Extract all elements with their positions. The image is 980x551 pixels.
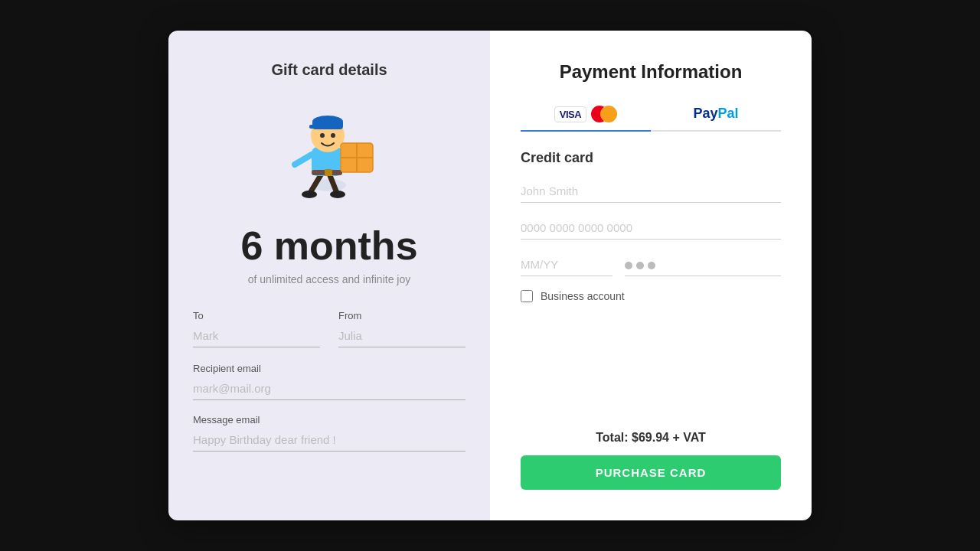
recipient-email-label: Recipient email [193, 363, 466, 374]
total-section: Total: $69.94 + VAT PURCHASE CARD [521, 431, 781, 490]
to-input[interactable] [193, 326, 320, 347]
paypal-logo: PayPal [651, 106, 781, 122]
from-input[interactable] [338, 326, 466, 347]
tab-credit-card[interactable]: VISA [521, 98, 651, 130]
card-container: Gift card details [168, 31, 812, 520]
message-group: Message email [193, 414, 466, 452]
duration-subtitle: of unlimited access and infinite joy [248, 273, 410, 285]
cvv-dot-1 [625, 262, 632, 269]
card-number-input[interactable] [521, 217, 781, 240]
mastercard-logo [591, 106, 617, 122]
to-from-row: To From [193, 310, 466, 347]
business-account-label: Business account [541, 290, 625, 302]
from-group: From [338, 310, 466, 347]
to-label: To [193, 310, 320, 321]
to-group: To [193, 310, 320, 347]
purchase-button[interactable]: PURCHASE CARD [521, 455, 781, 490]
payment-title: Payment Information [521, 61, 781, 83]
delivery-illustration [268, 97, 390, 204]
duration-text: 6 months [240, 223, 417, 269]
left-panel-title: Gift card details [271, 61, 387, 79]
svg-line-14 [295, 155, 312, 165]
right-panel: Payment Information VISA PayPal Credit c… [490, 31, 812, 520]
payment-tabs: VISA PayPal [521, 98, 781, 132]
message-input[interactable] [193, 430, 466, 452]
svg-rect-7 [325, 169, 332, 176]
cardholder-name-input[interactable] [521, 180, 781, 203]
expiry-cvv-row [521, 253, 781, 276]
business-account-row: Business account [521, 290, 781, 302]
svg-point-3 [302, 191, 317, 198]
business-account-checkbox[interactable] [521, 290, 533, 302]
recipient-email-input[interactable] [193, 379, 466, 400]
credit-card-title: Credit card [521, 150, 781, 166]
svg-point-13 [331, 133, 335, 138]
message-label: Message email [193, 414, 466, 425]
tab-paypal[interactable]: PayPal [651, 98, 781, 130]
expiry-input[interactable] [521, 253, 612, 276]
cvv-dot-2 [636, 262, 644, 269]
left-panel: Gift card details [168, 31, 490, 520]
visa-logo: VISA [554, 106, 586, 122]
svg-rect-10 [312, 120, 343, 129]
credit-card-icons: VISA [521, 106, 651, 122]
recipient-email-group: Recipient email [193, 363, 466, 400]
svg-point-4 [330, 191, 345, 198]
cvv-dot-3 [648, 262, 655, 269]
svg-point-12 [320, 133, 325, 138]
cvv-dots [625, 262, 781, 276]
svg-rect-11 [309, 125, 317, 129]
total-text: Total: $69.94 + VAT [521, 431, 781, 445]
from-label: From [338, 310, 466, 321]
